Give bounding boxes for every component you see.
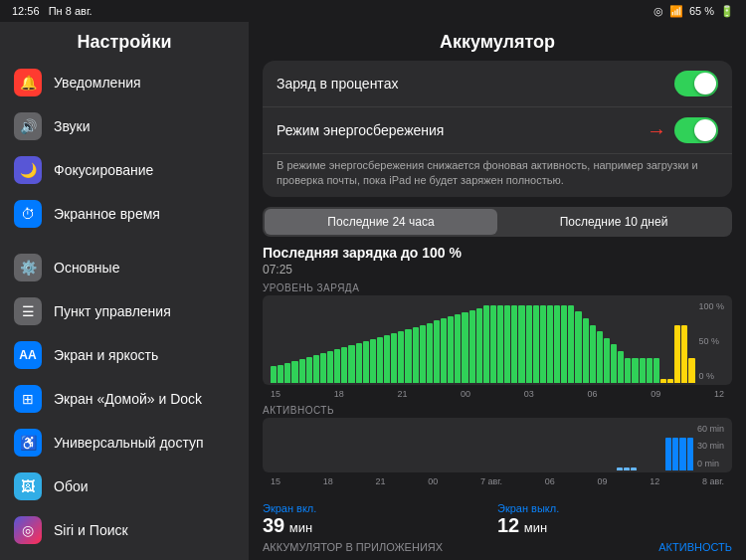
sidebar-item-siri[interactable]: ◎ Siri и Поиск <box>0 508 249 552</box>
activity-bar-33 <box>503 469 509 470</box>
tab-24h[interactable]: Последние 24 часа <box>265 209 497 235</box>
stats-row: Экран вкл. 39 мин Экран выкл. 12 мин <box>263 502 732 537</box>
battery-bar-1 <box>278 365 283 383</box>
atl-4: 00 <box>428 476 438 486</box>
battery-bar-20 <box>413 327 419 383</box>
activity-bar-15 <box>376 469 382 470</box>
sidebar-label-control-center: Пункт управления <box>54 303 171 319</box>
activity-bar-58 <box>679 438 685 470</box>
battery-bar-13 <box>363 341 369 383</box>
battery-bar-53 <box>647 358 653 383</box>
activity-bar-48 <box>610 469 616 470</box>
activity-label: АКТИВНОСТЬ <box>263 405 732 416</box>
activity-bar-56 <box>665 438 671 470</box>
sidebar-item-accessibility[interactable]: ♿ Универсальный доступ <box>0 421 249 465</box>
battery-bar-15 <box>377 337 383 383</box>
wifi-icon: 📶 <box>669 5 683 18</box>
activity-bar-24 <box>440 469 446 470</box>
battery-bar-36 <box>526 305 532 383</box>
toggle-low-power[interactable] <box>674 117 718 143</box>
sidebar-label-general: Основные <box>54 260 119 276</box>
activity-bar-9 <box>334 469 340 470</box>
activity-bar-12 <box>355 469 361 470</box>
activity-bar-38 <box>539 469 545 470</box>
battery-bar-47 <box>604 338 610 383</box>
activity-bar-50 <box>624 467 630 469</box>
activity-bar-23 <box>433 469 439 470</box>
activity-bar-13 <box>362 469 368 470</box>
activity-bar-59 <box>687 438 693 470</box>
sidebar-item-home-dock[interactable]: ⊞ Экран «Домой» и Dock <box>0 377 249 421</box>
tl-8: 12 <box>714 389 724 399</box>
battery-bar-25 <box>448 316 454 382</box>
battery-bar-23 <box>434 320 440 382</box>
activity-bar-10 <box>341 469 347 470</box>
activity-bar-55 <box>658 469 664 470</box>
sidebar-label-screen-time: Экранное время <box>54 206 160 222</box>
battery-bar-42 <box>568 305 574 383</box>
battery-bar-58 <box>681 325 687 382</box>
sidebar-item-focus[interactable]: 🌙 Фокусирование <box>0 148 249 192</box>
atl-date2: 8 авг. <box>702 476 724 486</box>
battery-bar-52 <box>640 358 646 383</box>
atl-6: 09 <box>597 476 607 486</box>
charge-level-label: УРОВЕНЬ ЗАРЯДА <box>263 282 732 293</box>
activity-bar-51 <box>631 467 637 469</box>
activity-bar-25 <box>447 469 453 470</box>
red-arrow-icon: → <box>647 119 666 142</box>
wallpaper-icon: 🖼 <box>14 472 42 500</box>
battery-bar-31 <box>490 305 496 383</box>
sidebar-item-general[interactable]: ⚙️ Основные <box>0 246 249 289</box>
tab-10d[interactable]: Последние 10 дней <box>497 209 730 235</box>
activity-bar-30 <box>482 469 488 470</box>
toggle-percent[interactable] <box>674 71 718 96</box>
al-60: 60 min <box>697 424 724 434</box>
display-icon: AA <box>14 341 42 369</box>
activity-bar-31 <box>489 469 495 470</box>
activity-bar-39 <box>546 469 552 470</box>
battery-indicator: 65 % <box>689 5 714 17</box>
activity-bar-28 <box>468 469 474 470</box>
battery-bar-17 <box>391 333 397 383</box>
battery-bar-48 <box>611 344 617 383</box>
battery-bar-12 <box>356 343 362 383</box>
activity-bar-14 <box>369 469 375 470</box>
sidebar-item-screen-time[interactable]: ⏱ Экранное время <box>0 192 249 236</box>
activity-bar-17 <box>391 469 397 470</box>
al-0: 0 min <box>697 459 724 468</box>
battery-bar-22 <box>427 323 433 383</box>
sidebar-item-sounds[interactable]: 🔊 Звуки <box>0 104 249 148</box>
activity-bar-57 <box>672 438 678 470</box>
stat-screen-off: Экран выкл. 12 мин <box>497 502 732 537</box>
row-percent-label: Заряд в процентах <box>277 76 398 92</box>
sidebar-item-control-center[interactable]: ☰ Пункт управления <box>0 289 249 333</box>
screen-time-icon: ⏱ <box>14 200 42 228</box>
stat-screen-on-label: Экран вкл. <box>263 502 497 514</box>
pct-0: 0 % <box>698 371 724 381</box>
percent-labels: 100 % 50 % 0 % <box>698 301 724 383</box>
activity-bar-22 <box>426 469 432 470</box>
activity-bar-0 <box>271 469 277 470</box>
charge-time-labels: 15 18 21 00 03 06 09 12 <box>263 389 732 399</box>
activity-bar-44 <box>581 469 587 470</box>
activity-link[interactable]: АКТИВНОСТЬ <box>658 541 732 553</box>
sidebar: Настройки 🔔 Уведомления 🔊 Звуки 🌙 Фокуси… <box>0 22 249 560</box>
battery-bar-41 <box>561 305 567 383</box>
activity-bar-16 <box>384 469 390 470</box>
status-bar: 12:56 Пн 8 авг. ◎ 📶 65 % 🔋 <box>0 0 746 22</box>
activity-bar-35 <box>517 469 523 470</box>
activity-bar-2 <box>284 469 290 470</box>
activity-bar-49 <box>617 467 623 469</box>
activity-bar-21 <box>419 469 425 470</box>
battery-bar-46 <box>597 331 603 383</box>
battery-bar-56 <box>667 379 673 383</box>
sidebar-item-apple-pencil[interactable]: ✏️ Apple Pencil <box>0 552 249 560</box>
activity-bars <box>271 424 693 470</box>
activity-bar-45 <box>588 469 594 470</box>
battery-bar-49 <box>618 351 624 383</box>
sidebar-item-display[interactable]: AA Экран и яркость <box>0 333 249 377</box>
sidebar-item-notifications[interactable]: 🔔 Уведомления <box>0 61 249 104</box>
status-time: 12:56 Пн 8 авг. <box>12 5 93 17</box>
sidebar-item-wallpaper[interactable]: 🖼 Обои <box>0 465 249 508</box>
battery-icon: 🔋 <box>720 5 734 18</box>
